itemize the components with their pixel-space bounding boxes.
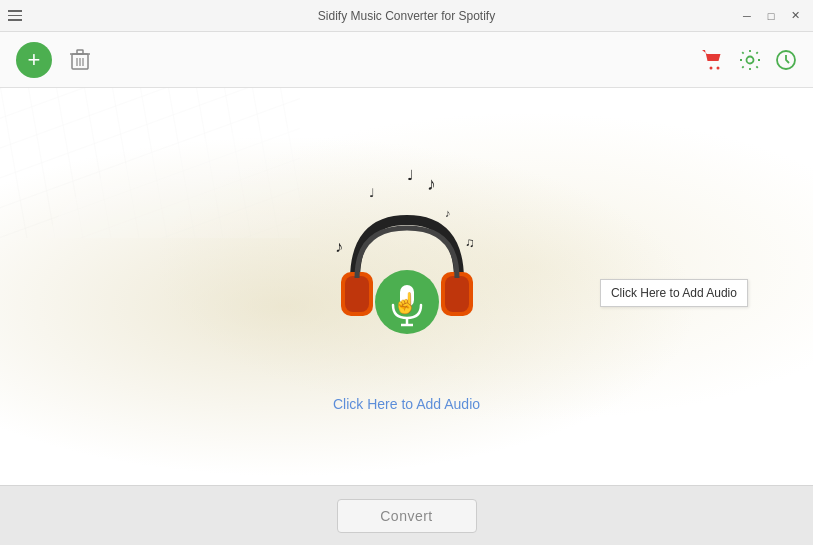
svg-point-8 bbox=[747, 56, 754, 63]
close-button[interactable]: ✕ bbox=[785, 6, 805, 26]
svg-text:♩: ♩ bbox=[407, 167, 414, 183]
bottom-bar: Convert bbox=[0, 485, 813, 545]
toolbar-right bbox=[701, 49, 797, 71]
toolbar-left: + bbox=[16, 42, 98, 78]
svg-point-7 bbox=[717, 66, 720, 69]
title-bar-left bbox=[8, 10, 22, 21]
tooltip: Click Here to Add Audio bbox=[600, 279, 748, 307]
cart-icon bbox=[701, 49, 725, 71]
svg-text:☝: ☝ bbox=[393, 291, 418, 315]
headphones-svg: ☝ bbox=[327, 190, 487, 350]
svg-rect-2 bbox=[77, 50, 83, 54]
history-button[interactable] bbox=[775, 49, 797, 71]
main-content: ♪ ♩ ♪ ♫ ♩ ♪ bbox=[0, 88, 813, 485]
svg-rect-21 bbox=[445, 276, 469, 312]
gear-icon bbox=[739, 49, 761, 71]
settings-button[interactable] bbox=[739, 49, 761, 71]
window-controls: ─ □ ✕ bbox=[737, 6, 805, 26]
illustration[interactable]: ♪ ♩ ♪ ♫ ♩ ♪ bbox=[317, 162, 497, 362]
add-button[interactable]: + bbox=[16, 42, 52, 78]
maximize-button[interactable]: □ bbox=[761, 6, 781, 26]
toolbar: + bbox=[0, 32, 813, 88]
svg-point-6 bbox=[710, 66, 713, 69]
trash-icon bbox=[70, 49, 90, 71]
minimize-button[interactable]: ─ bbox=[737, 6, 757, 26]
title-bar: Sidify Music Converter for Spotify ─ □ ✕ bbox=[0, 0, 813, 32]
clock-icon bbox=[775, 49, 797, 71]
convert-button[interactable]: Convert bbox=[337, 499, 477, 533]
cart-button[interactable] bbox=[701, 49, 725, 71]
tooltip-text: Click Here to Add Audio bbox=[611, 286, 737, 300]
svg-rect-19 bbox=[345, 276, 369, 312]
add-audio-link[interactable]: Click Here to Add Audio bbox=[333, 396, 480, 412]
window-title: Sidify Music Converter for Spotify bbox=[318, 9, 495, 23]
menu-icon[interactable] bbox=[8, 10, 22, 21]
delete-button[interactable] bbox=[62, 42, 98, 78]
center-area: ♪ ♩ ♪ ♫ ♩ ♪ bbox=[0, 88, 813, 485]
